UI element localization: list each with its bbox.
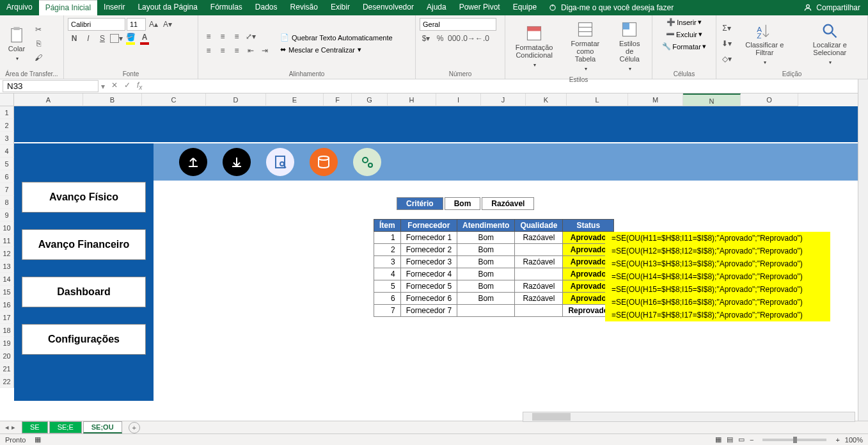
macro-record-icon[interactable]: ▦ xyxy=(35,435,41,444)
align-bottom-button[interactable]: ≡ xyxy=(230,30,243,43)
formula-cell[interactable]: =SE(OU(H15=$H$8;I15=$I$8);"Aprovado";"Re… xyxy=(605,283,830,296)
formula-cell[interactable]: =SE(OU(H12=$H$8;I12=$I$8);"Aprovado";"Re… xyxy=(605,245,830,257)
tab-ajuda[interactable]: Ajuda xyxy=(420,0,453,15)
table-row[interactable]: 5Fornecedor 5BomRazóavelAprovado xyxy=(374,280,614,293)
autosum-button[interactable]: Σ▾ xyxy=(720,22,733,35)
formula-cell[interactable]: =SE(OU(H13=$H$8;I13=$I$8);"Aprovado";"Re… xyxy=(605,257,830,270)
criteria-header-cell[interactable]: Critério xyxy=(397,197,443,210)
align-left-button[interactable]: ≡ xyxy=(202,44,215,57)
zoom-level[interactable]: 100% xyxy=(845,436,863,444)
decrease-indent-button[interactable]: ⇤ xyxy=(244,44,257,57)
row-header-10[interactable]: 10 xyxy=(0,222,14,234)
increase-indent-button[interactable]: ⇥ xyxy=(258,44,271,57)
row-header-21[interactable]: 21 xyxy=(0,362,14,375)
underline-button[interactable]: S xyxy=(96,32,109,45)
zoom-in-button[interactable]: + xyxy=(835,436,839,444)
number-format-select[interactable] xyxy=(420,18,496,31)
align-middle-button[interactable]: ≡ xyxy=(216,30,229,43)
row-header-14[interactable]: 14 xyxy=(0,273,14,286)
tab-file[interactable]: Arquivo xyxy=(0,0,39,15)
col-header-H[interactable]: H xyxy=(388,93,436,106)
formula-cell[interactable]: =SE(OU(H14=$H$8;I14=$I$8);"Aprovado";"Re… xyxy=(605,270,830,283)
select-all-button[interactable] xyxy=(0,93,14,106)
row-header-5[interactable]: 5 xyxy=(0,158,14,170)
page-break-view-button[interactable]: ▭ xyxy=(738,435,745,444)
percent-button[interactable]: % xyxy=(434,32,446,45)
cell-grid[interactable]: Avanço FísicoAvanço FinanceiroDashboardC… xyxy=(14,106,858,401)
currency-button[interactable]: $▾ xyxy=(420,32,432,45)
col-header-A[interactable]: A xyxy=(14,93,83,106)
format-painter-button[interactable]: 🖌 xyxy=(32,51,45,64)
copy-button[interactable]: ⎘ xyxy=(32,37,45,50)
row-header-11[interactable]: 11 xyxy=(0,234,14,247)
document-search-icon[interactable] xyxy=(266,148,294,176)
fill-color-button[interactable]: 🪣 xyxy=(124,32,137,45)
col-header-C[interactable]: C xyxy=(142,93,206,106)
col-header-E[interactable]: E xyxy=(266,93,324,106)
wrap-text-button[interactable]: 📄Quebrar Texto Automaticamente xyxy=(280,33,393,42)
table-header[interactable]: Qualidade xyxy=(515,220,563,232)
sheet-tab-se[interactable]: SE xyxy=(22,421,48,433)
conditional-formatting-button[interactable]: Formatação Condicional xyxy=(509,22,559,71)
tab-dados[interactable]: Dados xyxy=(249,0,284,15)
col-header-F[interactable]: F xyxy=(324,93,352,106)
column-headers[interactable]: ABCDEFGHIJKLMNO xyxy=(14,93,858,106)
row-header-16[interactable]: 16 xyxy=(0,298,14,311)
sidebar-item-avanço-financeiro[interactable]: Avanço Financeiro xyxy=(22,229,146,260)
table-row[interactable]: 6Fornecedor 6BomRazóavelAprovado xyxy=(374,293,614,305)
row-header-2[interactable]: 2 xyxy=(0,119,14,132)
table-header[interactable]: Ítem xyxy=(374,220,401,232)
zoom-out-button[interactable]: − xyxy=(750,436,754,444)
align-right-button[interactable]: ≡ xyxy=(230,44,243,57)
col-header-K[interactable]: K xyxy=(526,93,567,106)
sidebar-item-configurações[interactable]: Configurações xyxy=(22,324,146,355)
borders-button[interactable]: ▾ xyxy=(110,32,123,45)
tab-home[interactable]: Página Inicial xyxy=(39,0,97,15)
format-cells-button[interactable]: 🔧 Formatar ▾ xyxy=(662,42,706,51)
table-header[interactable]: Fornecedor xyxy=(400,220,457,232)
row-header-18[interactable]: 18 xyxy=(0,324,14,337)
table-header[interactable]: Atendimento xyxy=(457,220,515,232)
font-color-button[interactable]: A xyxy=(138,32,151,45)
decrease-font-button[interactable]: A▾ xyxy=(161,18,174,31)
table-row[interactable]: 2Fornecedor 2BomAprovado xyxy=(374,244,614,256)
sheet-tab-se-e[interactable]: SE;E xyxy=(49,421,82,433)
name-box[interactable] xyxy=(3,80,99,92)
add-sheet-button[interactable]: + xyxy=(129,422,140,433)
upload-icon[interactable] xyxy=(179,148,207,176)
table-header[interactable]: Status xyxy=(563,220,614,232)
row-header-15[interactable]: 15 xyxy=(0,286,14,298)
font-size-input[interactable] xyxy=(127,18,146,31)
format-as-table-button[interactable]: Formatar como Tabela xyxy=(562,18,608,75)
merge-center-button[interactable]: ⬌Mesclar e Centralizar▾ xyxy=(280,45,393,54)
sheet-nav-prev[interactable]: ◂ xyxy=(5,423,9,432)
align-center-button[interactable]: ≡ xyxy=(216,44,229,57)
col-header-M[interactable]: M xyxy=(628,93,683,106)
vertical-scrollbar[interactable] xyxy=(858,79,868,421)
horizontal-scrollbar[interactable] xyxy=(523,412,855,422)
zoom-slider[interactable] xyxy=(762,439,826,441)
download-icon[interactable] xyxy=(223,148,251,176)
col-header-J[interactable]: J xyxy=(481,93,526,106)
table-row[interactable]: 7Fornecedor 7Reprovado xyxy=(374,305,614,317)
formula-cell[interactable]: =SE(OU(H11=$H$8;I11=$I$8);"Aprovado";"Re… xyxy=(605,232,830,245)
database-icon[interactable] xyxy=(310,148,338,176)
italic-button[interactable]: I xyxy=(82,32,95,45)
enter-formula-button[interactable]: ✓ xyxy=(124,81,130,91)
cut-button[interactable]: ✂ xyxy=(32,23,45,36)
decrease-decimal-button[interactable]: ←.0 xyxy=(476,32,489,45)
sidebar-item-dashboard[interactable]: Dashboard xyxy=(22,277,146,307)
tab-fórmulas[interactable]: Fórmulas xyxy=(204,0,249,15)
row-header-19[interactable]: 19 xyxy=(0,337,14,350)
align-top-button[interactable]: ≡ xyxy=(202,30,215,43)
page-layout-view-button[interactable]: ▤ xyxy=(727,435,733,444)
row-header-3[interactable]: 3 xyxy=(0,132,14,145)
cell-styles-button[interactable]: Estilos de Célula xyxy=(611,18,648,75)
sheet-tab-se-ou[interactable]: SE;OU xyxy=(83,421,122,433)
table-row[interactable]: 1Fornecedor 1BomRazóavelAprovado xyxy=(374,232,614,244)
normal-view-button[interactable]: ▦ xyxy=(715,435,722,444)
sidebar-item-avanço-físico[interactable]: Avanço Físico xyxy=(22,182,146,213)
row-header-1[interactable]: 1 xyxy=(0,106,14,119)
fill-button[interactable]: ⬇▾ xyxy=(720,37,733,50)
col-header-N[interactable]: N xyxy=(683,93,741,106)
